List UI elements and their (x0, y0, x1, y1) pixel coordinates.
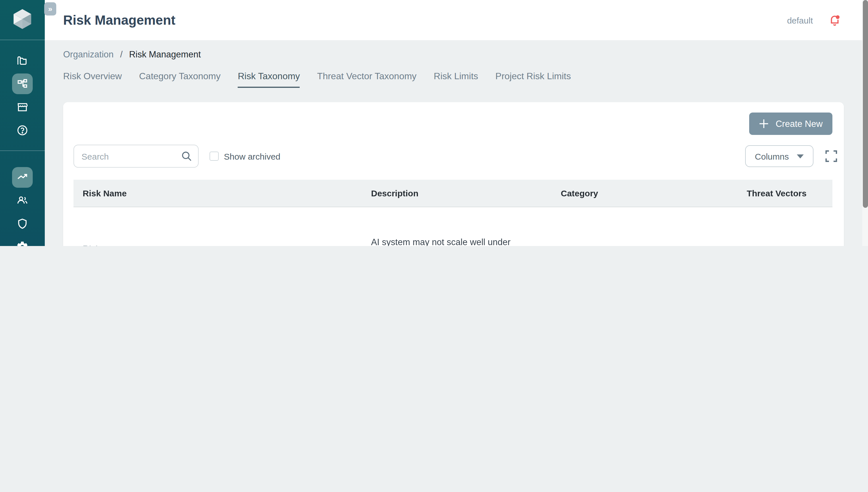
table-row[interactable]: RI-1 Scalability and Performance Issues … (73, 207, 833, 246)
column-header-risk-name: Risk Name (73, 188, 362, 198)
sidebar: CJ (0, 0, 45, 246)
storefront-icon (16, 101, 29, 114)
chevron-down-icon (797, 154, 804, 158)
show-archived-label[interactable]: Show archived (224, 151, 280, 161)
search-icon (181, 150, 192, 162)
risk-table: Risk Name Description Category Threat Ve… (73, 180, 833, 246)
help-icon (16, 124, 29, 137)
breadcrumb-separator: / (120, 49, 123, 59)
header-right: default (787, 13, 842, 27)
tab-threat-vector-taxonomy[interactable]: Threat Vector Taxonomy (317, 71, 417, 88)
shield-icon (16, 218, 29, 230)
create-new-button[interactable]: Create New (749, 113, 833, 135)
tab-bar: Risk Overview Category Taxonomy Risk Tax… (45, 60, 868, 88)
risk-taxonomy-card: Create New Show archived Columns (63, 102, 844, 246)
hierarchy-icon (16, 77, 29, 90)
sidebar-item-projects[interactable] (12, 51, 33, 71)
column-header-description: Description (362, 188, 552, 198)
sidebar-collapse-button[interactable]: » (44, 2, 56, 16)
description-cell: AI system may not scale well under incre… (362, 235, 552, 246)
page-title: Risk Management (63, 13, 175, 28)
tab-category-taxonomy[interactable]: Category Taxonomy (139, 71, 220, 88)
notification-bell-icon[interactable] (828, 13, 842, 27)
create-new-label: Create New (775, 119, 823, 129)
sidebar-divider (0, 150, 45, 151)
workspace-selector[interactable]: default (787, 15, 813, 25)
risk-name-cell: RI-1 Scalability and Performance Issues (73, 243, 362, 246)
risk-id: RI-1 (83, 243, 353, 246)
risk-description: AI system may not scale well under incre… (371, 235, 543, 246)
trending-up-icon (16, 171, 29, 184)
sidebar-item-security[interactable] (12, 214, 33, 234)
sidebar-item-taxonomy[interactable] (12, 73, 33, 94)
app-root: CJ » Risk Management default Organizatio… (0, 0, 868, 246)
breadcrumb-organization[interactable]: Organization (63, 49, 114, 59)
sidebar-item-risk-management[interactable] (12, 167, 33, 188)
tab-risk-overview[interactable]: Risk Overview (63, 71, 122, 88)
search-input[interactable] (73, 145, 199, 168)
search-box (73, 145, 199, 168)
table-controls: Show archived Columns (73, 145, 833, 168)
tab-project-risk-limits[interactable]: Project Risk Limits (495, 71, 571, 88)
show-archived-checkbox[interactable] (209, 152, 219, 161)
column-header-threat-vectors: Threat Vectors (737, 188, 833, 198)
sidebar-item-settings[interactable] (12, 237, 33, 246)
column-header-category: Category (552, 188, 738, 198)
top-header: Risk Management default (45, 0, 868, 40)
fullscreen-icon[interactable] (825, 150, 838, 163)
sidebar-item-help[interactable] (12, 120, 33, 141)
tab-risk-limits[interactable]: Risk Limits (434, 71, 478, 88)
sidebar-item-users[interactable] (12, 190, 33, 211)
folders-icon (16, 54, 29, 67)
tab-risk-taxonomy[interactable]: Risk Taxonomy (238, 71, 300, 88)
content-area: Organization / Risk Management Risk Over… (45, 40, 868, 246)
app-logo-cube-icon (9, 7, 35, 33)
columns-label: Columns (755, 151, 789, 161)
sidebar-divider (0, 40, 45, 40)
people-icon (16, 194, 29, 207)
columns-dropdown[interactable]: Columns (745, 145, 814, 167)
plus-icon (759, 119, 769, 129)
gear-icon (16, 241, 29, 246)
breadcrumb-current: Risk Management (129, 49, 201, 59)
scrollbar-thumb[interactable] (863, 0, 868, 208)
page-scrollbar[interactable] (862, 0, 868, 246)
sidebar-item-marketplace[interactable] (12, 97, 33, 118)
table-header-row: Risk Name Description Category Threat Ve… (73, 180, 833, 207)
breadcrumb: Organization / Risk Management (45, 40, 868, 60)
